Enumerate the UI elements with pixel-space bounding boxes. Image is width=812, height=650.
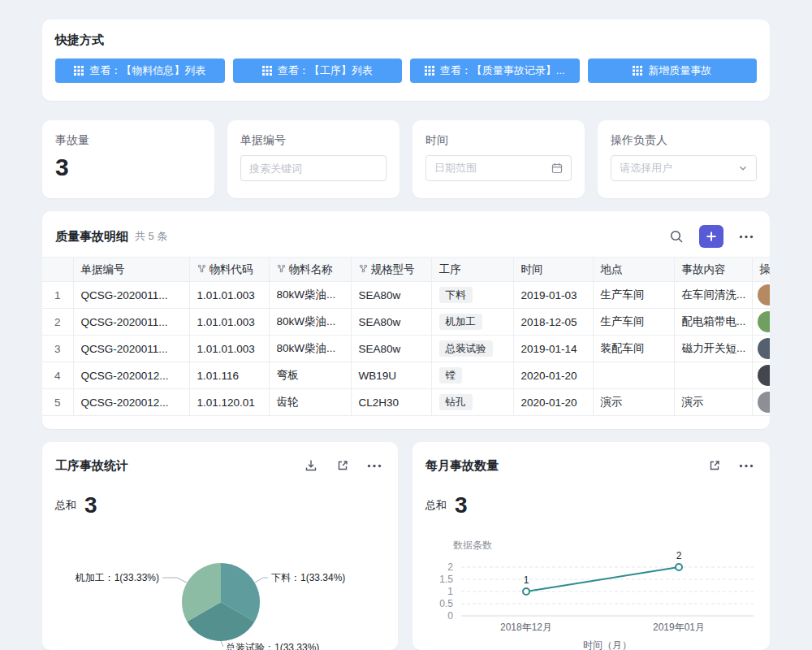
- cell-doc-number: QCSG-2020012...: [73, 362, 189, 389]
- column-header[interactable]: 物料名称: [269, 258, 351, 282]
- cell-place: 装配车间: [593, 336, 674, 362]
- process-tag: 钻孔: [439, 394, 473, 410]
- row-index: 4: [42, 362, 73, 389]
- doc-number-search-input[interactable]: [240, 155, 387, 181]
- column-header[interactable]: 工序: [431, 258, 513, 282]
- cell-content: 配电箱带电...: [674, 309, 752, 336]
- linked-field-icon: [197, 263, 206, 275]
- shortcut-label: 查看：【物料信息】列表: [89, 63, 205, 78]
- table-header-bar: 质量事故明细 共 5 条: [42, 224, 770, 249]
- cell-material-name: 80kW柴油...: [269, 282, 351, 309]
- accident-table-head-row: 单据编号物料代码物料名称规格型号工序时间地点事故内容操作负责人: [42, 258, 770, 282]
- column-header-label: 地点: [601, 263, 623, 275]
- column-header-label: 工序: [439, 263, 461, 275]
- shortcut-button[interactable]: 查看：【质量事故记录】...: [410, 58, 580, 83]
- table-title: 质量事故明细: [55, 229, 128, 245]
- search-icon[interactable]: [666, 226, 687, 247]
- avatar: [758, 392, 771, 413]
- add-record-button[interactable]: [699, 225, 723, 248]
- cell-spec: WB19U: [351, 362, 431, 389]
- column-header[interactable]: 操作负责人: [752, 258, 770, 282]
- date-range-input[interactable]: 日期范围: [425, 155, 572, 181]
- line-card-actions: [704, 455, 757, 476]
- column-header[interactable]: 物料代码: [189, 258, 269, 282]
- monthly-line-chart: 数据条数00.511.5212018年12月22019年01月时间（月）: [412, 520, 770, 650]
- external-link-icon[interactable]: [332, 455, 353, 476]
- row-index: 5: [42, 389, 73, 416]
- column-header-label: 事故内容: [682, 263, 726, 275]
- column-header[interactable]: 事故内容: [674, 258, 752, 282]
- shortcut-button[interactable]: 新增质量事故: [588, 58, 758, 83]
- cell-material-code: 1.01.116: [189, 362, 269, 389]
- cell-time: 2019-01-14: [513, 336, 593, 362]
- more-icon[interactable]: [736, 226, 757, 247]
- grid-icon: [425, 66, 434, 76]
- cell-material-code: 1.01.01.003: [189, 309, 269, 336]
- pie-card-actions: [300, 455, 385, 476]
- column-header[interactable]: 时间: [513, 258, 593, 282]
- y-tick-label: 2: [447, 561, 453, 573]
- column-header[interactable]: 地点: [593, 258, 674, 282]
- table-row[interactable]: 3 QCSG-2020011... 1.01.01.003 80kW柴油... …: [42, 336, 770, 362]
- table-scroll-area[interactable]: 单据编号物料代码物料名称规格型号工序时间地点事故内容操作负责人 1 QCSG-2…: [42, 257, 770, 416]
- cell-doc-number: QCSG-2020011...: [73, 336, 189, 362]
- y-tick-label: 1.5: [439, 574, 453, 585]
- table-row[interactable]: 5 QCSG-2020012... 1.01.120.01 齿轮 CL2H30 …: [42, 389, 770, 416]
- stat-card-accident-count: 事故量 3: [42, 120, 214, 198]
- x-tick-label: 2018年12月: [500, 622, 552, 633]
- shortcut-label: 查看：【工序】列表: [278, 63, 373, 78]
- grid-icon: [262, 66, 272, 76]
- more-icon[interactable]: [364, 455, 385, 476]
- cell-time: 2019-01-03: [513, 282, 593, 309]
- line-point[interactable]: [676, 564, 682, 570]
- cell-material-code: 1.01.01.003: [189, 282, 269, 309]
- line-point[interactable]: [523, 588, 529, 595]
- cell-place: 演示: [593, 389, 674, 416]
- cell-material-code: 1.01.120.01: [189, 389, 269, 416]
- process-tag: 下料: [439, 287, 473, 303]
- cell-process: 钻孔: [431, 389, 513, 416]
- chevron-down-icon: [738, 163, 748, 173]
- shortcut-button[interactable]: 查看：【物料信息】列表: [55, 58, 225, 83]
- cell-content: [674, 362, 752, 389]
- filter-label: 单据编号: [240, 132, 387, 147]
- cell-material-name: 80kW柴油...: [269, 309, 351, 336]
- total-label: 总和: [55, 498, 76, 513]
- y-tick-label: 1: [447, 586, 453, 597]
- export-icon[interactable]: [300, 455, 322, 476]
- table-row[interactable]: 1 QCSG-2020011... 1.01.01.003 80kW柴油... …: [42, 282, 770, 309]
- avatar: [758, 365, 771, 386]
- column-header[interactable]: 单据编号: [73, 258, 189, 282]
- column-header-label: 时间: [521, 263, 543, 275]
- cell-process: 总装试验: [431, 336, 513, 362]
- column-header[interactable]: 规格型号: [351, 258, 431, 282]
- external-link-icon[interactable]: [704, 455, 725, 476]
- grid-icon: [633, 66, 642, 76]
- stat-label: 事故量: [55, 132, 201, 147]
- x-axis-title: 时间（月）: [583, 639, 632, 650]
- column-header-index: [42, 258, 73, 282]
- total-value: 3: [84, 493, 97, 518]
- more-icon[interactable]: [736, 455, 757, 476]
- cell-process: 下料: [431, 282, 513, 309]
- pie-card-header: 工序事故统计: [42, 442, 398, 476]
- y-tick-label: 0: [447, 610, 453, 622]
- column-header-label: 操作负责人: [760, 263, 771, 275]
- linked-field-icon: [359, 263, 368, 275]
- point-value-label: 1: [524, 574, 529, 586]
- cell-material-code: 1.01.01.003: [189, 336, 269, 362]
- accident-table-card: 质量事故明细 共 5 条: [42, 211, 770, 429]
- cell-process: 机加工: [431, 309, 513, 336]
- cell-doc-number: QCSG-2020012...: [73, 389, 189, 416]
- table-row[interactable]: 2 QCSG-2020011... 1.01.01.003 80kW柴油... …: [42, 309, 770, 336]
- process-pie-chart: 机加工：1(33.33%)下料：1(33.34%)总装试验：1(33.33%): [42, 520, 398, 650]
- cell-doc-number: QCSG-2020011...: [73, 309, 189, 336]
- operator-select[interactable]: 请选择用户: [611, 155, 757, 181]
- cell-operator: [752, 362, 770, 389]
- cell-spec: CL2H30: [351, 389, 431, 416]
- shortcut-button[interactable]: 查看：【工序】列表: [233, 58, 403, 83]
- operator-placeholder: 请选择用户: [620, 161, 733, 176]
- x-tick-label: 2019年01月: [653, 622, 705, 633]
- table-row[interactable]: 4 QCSG-2020012... 1.01.116 弯板 WB19U 镗 20…: [42, 362, 770, 389]
- line-card-header: 每月事故数量: [412, 442, 770, 476]
